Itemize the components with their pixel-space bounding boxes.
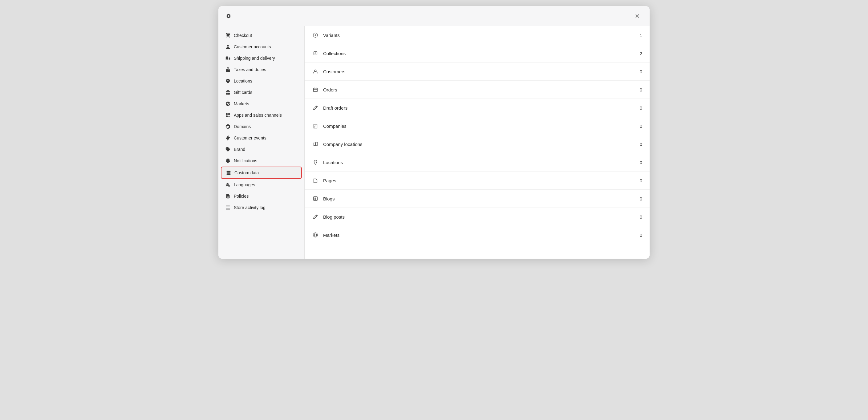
svg-rect-2 [314, 88, 317, 92]
content-icon-orders [312, 86, 319, 93]
truck-icon [225, 56, 231, 61]
content-row-left-companies: Companies [312, 123, 346, 129]
sidebar-item-locations[interactable]: Locations [221, 75, 302, 87]
sidebar-item-customer-accounts[interactable]: Customer accounts [221, 41, 302, 52]
sidebar-label-domains: Domains [234, 124, 251, 129]
svg-point-1 [315, 53, 316, 54]
content-row-blogs[interactable]: Blogs0 [305, 190, 650, 208]
content-count-locations: 0 [640, 160, 642, 165]
events-icon [225, 135, 231, 141]
content-row-left-variants: Variants [312, 32, 340, 38]
apps-icon [225, 112, 231, 118]
sidebar-item-store-activity-log[interactable]: Store activity log [221, 202, 302, 213]
sidebar-item-custom-data[interactable]: Custom data [221, 167, 302, 179]
sidebar-item-brand[interactable]: Brand [221, 144, 302, 155]
policies-icon [225, 193, 231, 199]
sidebar-label-customer-events: Customer events [234, 135, 267, 140]
content-count-orders: 0 [640, 87, 642, 92]
content-row-markets[interactable]: Markets0 [305, 226, 650, 244]
sidebar-label-locations: Locations [234, 78, 252, 84]
settings-gear-icon [226, 13, 231, 19]
gift-icon [225, 90, 231, 95]
content-count-variants: 1 [640, 33, 642, 38]
sidebar-label-customer-accounts: Customer accounts [234, 44, 271, 49]
content-icon-company-locations [312, 141, 319, 148]
modal-body: CheckoutCustomer accountsShipping and de… [218, 26, 650, 259]
content-count-pages: 0 [640, 178, 642, 183]
content-row-collections[interactable]: Collections2 [305, 44, 650, 63]
sidebar-item-shipping-delivery[interactable]: Shipping and delivery [221, 53, 302, 64]
checkout-icon [225, 33, 231, 38]
sidebar-item-checkout[interactable]: Checkout [221, 30, 302, 41]
sidebar-item-gift-cards[interactable]: Gift cards [221, 87, 302, 98]
content-row-companies[interactable]: Companies0 [305, 117, 650, 135]
sidebar-item-apps-sales-channels[interactable]: Apps and sales channels [221, 109, 302, 121]
modal-overlay: CheckoutCustomer accountsShipping and de… [0, 0, 868, 420]
sidebar-label-markets: Markets [234, 101, 249, 106]
content-row-customers[interactable]: Customers0 [305, 63, 650, 81]
modal-title-row [226, 13, 234, 19]
content-row-left-locations: Locations [312, 159, 343, 166]
content-label-pages: Pages [323, 178, 336, 183]
content-count-blogs: 0 [640, 196, 642, 201]
content-label-blog-posts: Blog posts [323, 214, 345, 220]
content-row-draft-orders[interactable]: Draft orders0 [305, 99, 650, 117]
sidebar-label-checkout: Checkout [234, 33, 252, 38]
content-row-company-locations[interactable]: Company locations0 [305, 135, 650, 153]
person-icon [225, 44, 231, 50]
svg-rect-4 [315, 142, 317, 146]
content-count-blog-posts: 0 [640, 214, 642, 220]
content-row-blog-posts[interactable]: Blog posts0 [305, 208, 650, 226]
sidebar-label-custom-data: Custom data [235, 170, 259, 175]
sidebar-item-policies[interactable]: Policies [221, 191, 302, 202]
sidebar-item-notifications[interactable]: Notifications [221, 155, 302, 166]
content-row-left-draft-orders: Draft orders [312, 104, 347, 111]
sidebar-item-domains[interactable]: Domains [221, 121, 302, 132]
content-count-collections: 2 [640, 51, 642, 56]
sidebar-label-apps-sales-channels: Apps and sales channels [234, 113, 282, 118]
content-count-companies: 0 [640, 124, 642, 129]
content-icon-variants [312, 32, 319, 38]
content-label-collections: Collections [323, 51, 346, 56]
custom-data-icon [226, 170, 231, 175]
sidebar-label-store-activity-log: Store activity log [234, 205, 266, 210]
content-label-customers: Customers [323, 69, 346, 74]
content-icon-blogs [312, 195, 319, 202]
sidebar-label-taxes-duties: Taxes and duties [234, 67, 266, 72]
close-button[interactable] [632, 11, 642, 21]
content-label-companies: Companies [323, 124, 346, 129]
sidebar-item-taxes-duties[interactable]: Taxes and duties [221, 64, 302, 75]
content-label-locations: Locations [323, 160, 343, 165]
tax-icon [225, 67, 231, 72]
sidebar-item-languages[interactable]: Languages [221, 179, 302, 190]
sidebar-label-languages: Languages [234, 182, 255, 187]
globe2-icon [225, 124, 231, 129]
content-row-orders[interactable]: Orders0 [305, 81, 650, 99]
svg-point-5 [315, 161, 316, 162]
sidebar: CheckoutCustomer accountsShipping and de… [218, 26, 305, 259]
globe-icon [225, 101, 231, 106]
content-row-pages[interactable]: Pages0 [305, 171, 650, 190]
content-row-left-collections: Collections [312, 50, 346, 57]
content-icon-locations [312, 159, 319, 166]
sidebar-item-markets[interactable]: Markets [221, 98, 302, 109]
sidebar-label-shipping-delivery: Shipping and delivery [234, 56, 275, 61]
content-count-customers: 0 [640, 69, 642, 74]
content-row-left-customers: Customers [312, 68, 346, 75]
languages-icon [225, 182, 231, 188]
content-row-left-orders: Orders [312, 86, 337, 93]
content-label-markets: Markets [323, 232, 339, 238]
sidebar-label-notifications: Notifications [234, 158, 257, 163]
sidebar-item-customer-events[interactable]: Customer events [221, 132, 302, 143]
svg-rect-3 [313, 143, 315, 146]
content-row-variants[interactable]: Variants1 [305, 26, 650, 44]
content-count-draft-orders: 0 [640, 105, 642, 110]
brand-icon [225, 147, 231, 152]
content-icon-draft-orders [312, 104, 319, 111]
content-main: Variants1Collections2Customers0Orders0Dr… [305, 26, 650, 259]
sidebar-label-brand: Brand [234, 147, 245, 152]
content-label-variants: Variants [323, 33, 340, 38]
sidebar-label-policies: Policies [234, 194, 249, 199]
modal-header [218, 6, 650, 26]
content-row-locations[interactable]: Locations0 [305, 153, 650, 171]
